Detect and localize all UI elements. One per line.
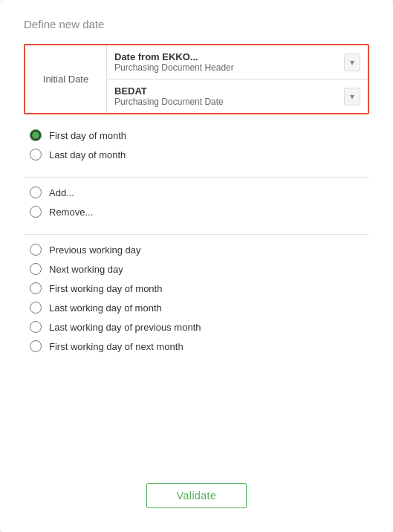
dropdown-bedat-arrow[interactable]: ▾ bbox=[344, 88, 360, 106]
radio-last-day[interactable] bbox=[30, 149, 42, 160]
dropdown-bedat-main: BEDAT bbox=[114, 85, 224, 97]
radio-first-working-next-month[interactable] bbox=[30, 340, 42, 352]
dropdowns-column: Date from EKKO... Purchasing Document He… bbox=[107, 45, 368, 113]
dropdown-ekko[interactable]: Date from EKKO... Purchasing Document He… bbox=[107, 45, 368, 80]
initial-date-label: Initial Date bbox=[25, 45, 107, 113]
dropdown-ekko-text: Date from EKKO... Purchasing Document He… bbox=[114, 51, 234, 73]
dropdown-bedat[interactable]: BEDAT Purchasing Document Date ▾ bbox=[107, 80, 368, 113]
radio-text-last-day: Last day of month bbox=[49, 149, 126, 160]
radio-first-day[interactable] bbox=[30, 129, 42, 141]
options-group2: Add...Remove... bbox=[24, 186, 369, 218]
radio-text-first-working-month: First working day of month bbox=[49, 283, 162, 294]
validate-btn-row: Validate bbox=[24, 461, 369, 508]
dropdown-bedat-text: BEDAT Purchasing Document Date bbox=[114, 85, 224, 107]
radio-text-last-working-prev-month: Last working day of previous month bbox=[49, 322, 201, 333]
validate-button[interactable]: Validate bbox=[146, 483, 247, 508]
radio-text-first-day: First day of month bbox=[49, 130, 126, 141]
dropdown-ekko-sub: Purchasing Document Header bbox=[114, 62, 234, 73]
radio-last-working-month[interactable] bbox=[30, 302, 42, 314]
radio-label-last-day[interactable]: Last day of month bbox=[30, 149, 369, 160]
options-group1: First day of monthLast day of month bbox=[24, 129, 369, 160]
radio-text-last-working-month: Last working day of month bbox=[49, 302, 162, 314]
radio-label-first-day[interactable]: First day of month bbox=[30, 129, 369, 141]
radio-text-add: Add... bbox=[49, 187, 74, 198]
radio-label-remove[interactable]: Remove... bbox=[30, 206, 369, 218]
radio-last-working-prev-month[interactable] bbox=[30, 321, 42, 333]
divider2 bbox=[24, 234, 369, 235]
options-group3: Previous working dayNext working dayFirs… bbox=[24, 244, 369, 352]
radio-label-prev-working[interactable]: Previous working day bbox=[30, 244, 369, 256]
radio-prev-working[interactable] bbox=[30, 244, 42, 256]
radio-text-remove: Remove... bbox=[49, 207, 93, 218]
radio-next-working[interactable] bbox=[30, 263, 42, 275]
divider1 bbox=[24, 177, 369, 178]
dropdown-bedat-sub: Purchasing Document Date bbox=[114, 97, 224, 107]
dropdown-ekko-arrow[interactable]: ▾ bbox=[344, 53, 360, 71]
radio-text-first-working-next-month: First working day of next month bbox=[49, 341, 183, 352]
radio-label-last-working-prev-month[interactable]: Last working day of previous month bbox=[30, 321, 369, 333]
initial-date-section: Initial Date Date from EKKO... Purchasin… bbox=[24, 44, 369, 114]
radio-text-prev-working: Previous working day bbox=[49, 244, 141, 256]
dropdown-ekko-main: Date from EKKO... bbox=[114, 51, 234, 62]
radio-label-add[interactable]: Add... bbox=[30, 186, 369, 198]
radio-label-first-working-month[interactable]: First working day of month bbox=[30, 282, 369, 294]
radio-text-next-working: Next working day bbox=[49, 264, 123, 275]
radio-remove[interactable] bbox=[30, 206, 42, 218]
radio-label-first-working-next-month[interactable]: First working day of next month bbox=[30, 340, 369, 352]
define-new-date-card: Define new date Initial Date Date from E… bbox=[0, 0, 393, 532]
page-title: Define new date bbox=[24, 18, 369, 30]
radio-label-last-working-month[interactable]: Last working day of month bbox=[30, 302, 369, 314]
radio-first-working-month[interactable] bbox=[30, 282, 42, 294]
radio-label-next-working[interactable]: Next working day bbox=[30, 263, 369, 275]
radio-add[interactable] bbox=[30, 186, 42, 198]
